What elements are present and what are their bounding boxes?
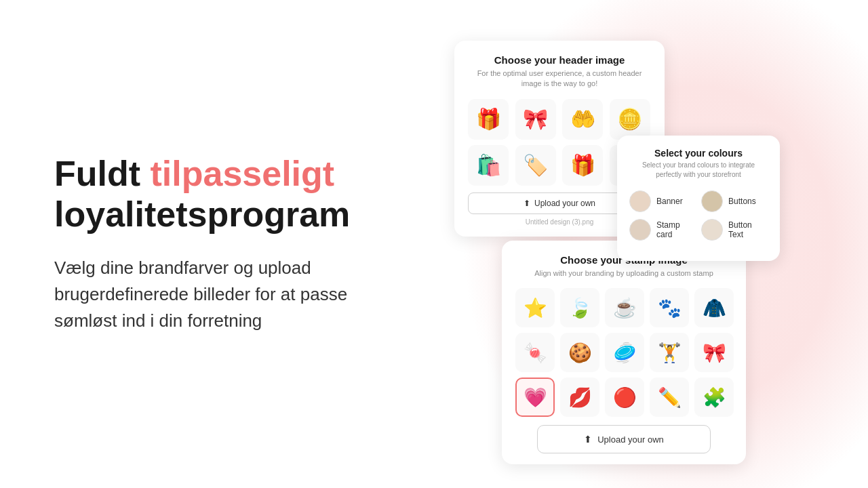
left-section: Fuldt tilpasseligtloyalitetsprogram Vælg… <box>0 113 434 375</box>
colour-row-2: Stamp card Button Text <box>629 219 768 241</box>
header-image-gift-red[interactable]: 🎁 <box>562 145 603 186</box>
header-image-gift-colorful[interactable]: 🎀 <box>515 99 556 140</box>
stamp-grid: ⭐ 🍃 ☕ 🐾 🧥 🍬 🍪 🥏 🏋️ 🎀 💗 💋 🔴 ✏️ 🧩 <box>515 288 732 417</box>
stamp-leaf[interactable]: 🍃 <box>560 288 599 327</box>
header-image-shopping-bags[interactable]: 🛍️ <box>468 145 509 186</box>
headline-part1: Fuldt <box>54 154 151 193</box>
buttons-label: Buttons <box>728 197 756 206</box>
colour-banner[interactable]: Banner <box>629 190 696 212</box>
stamp-heart-pink[interactable]: 💗 <box>515 378 555 417</box>
colours-card-title: Select your colours <box>629 148 768 159</box>
upload-icon-small: ⬆ <box>524 199 530 208</box>
stamp-coffee[interactable]: ☕ <box>605 288 644 327</box>
header-image-price-tag[interactable]: 🏷️ <box>515 145 556 186</box>
colours-card-subtitle: Select your brand colours to integrate p… <box>629 161 768 180</box>
stamp-red-circle[interactable]: 🔴 <box>605 378 644 417</box>
stamp-card-swatch[interactable] <box>629 219 651 241</box>
headline-highlight: tilpasseligt <box>151 154 335 193</box>
banner-label: Banner <box>656 197 683 206</box>
stamp-hanger[interactable]: 🧥 <box>694 288 734 327</box>
stamp-pencil[interactable]: ✏️ <box>650 378 689 417</box>
upload-icon-large: ⬆ <box>584 434 592 445</box>
stamp-paw[interactable]: 🐾 <box>650 288 689 327</box>
right-section: Choose your header image For the optimal… <box>434 0 868 488</box>
subtext: Vælg dine brandfarver og upload brugerde… <box>54 255 393 334</box>
colour-row-1: Banner Buttons <box>629 190 768 212</box>
stamp-puzzle[interactable]: 🧩 <box>694 378 734 417</box>
stamp-cookie[interactable]: 🍪 <box>560 333 599 372</box>
headline: Fuldt tilpasseligtloyalitetsprogram <box>54 154 393 235</box>
colour-buttons[interactable]: Buttons <box>701 190 768 212</box>
colours-card: Select your colours Select your brand co… <box>617 136 780 261</box>
button-text-swatch[interactable] <box>701 219 723 241</box>
headline-part2: loyalitetsprogram <box>54 195 350 234</box>
stamp-weights[interactable]: 🏋️ <box>650 333 689 372</box>
colour-stamp-card[interactable]: Stamp card <box>629 219 696 241</box>
stamp-candy[interactable]: 🍬 <box>515 333 555 372</box>
stamp-bow[interactable]: 🎀 <box>694 333 734 372</box>
header-upload-label: Upload your own <box>534 199 595 208</box>
header-image-hands-heart[interactable]: 🤲 <box>562 99 603 140</box>
header-card-subtitle: For the optimal user experience, a custo… <box>468 68 651 89</box>
header-card-title: Choose your header image <box>468 54 651 66</box>
stamp-image-card: Choose your stamp image Align with your … <box>502 241 746 464</box>
stamp-upload-button[interactable]: ⬆ Upload your own <box>537 425 711 453</box>
stamp-star[interactable]: ⭐ <box>515 288 555 327</box>
colour-button-text[interactable]: Button Text <box>701 219 768 241</box>
stamp-card-label: Stamp card <box>656 220 696 239</box>
stamp-card-subtitle: Align with your branding by uploading a … <box>515 268 732 279</box>
stamp-disc[interactable]: 🥏 <box>605 333 644 372</box>
banner-swatch[interactable] <box>629 190 651 212</box>
buttons-swatch[interactable] <box>701 190 723 212</box>
button-text-label: Button Text <box>728 220 768 239</box>
header-image-gift-bag[interactable]: 🎁 <box>468 99 509 140</box>
stamp-upload-label: Upload your own <box>597 434 664 445</box>
stamp-lips[interactable]: 💋 <box>560 378 599 417</box>
header-image-coins[interactable]: 🪙 <box>610 99 650 140</box>
